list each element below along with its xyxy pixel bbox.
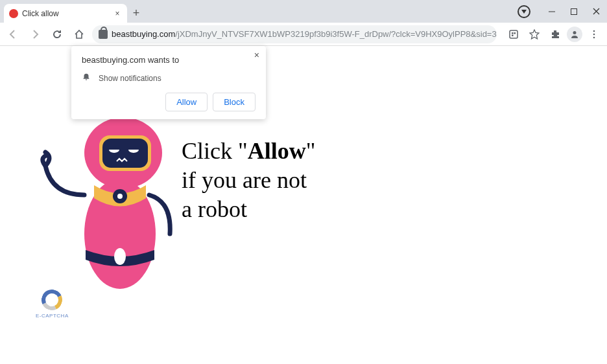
captcha-label: E-CAPTCHA <box>36 313 69 319</box>
address-path: /jXDmJnyV_NTVSF7XW1bWP3219pf3b9i3f5W-F_d… <box>175 29 497 39</box>
home-button[interactable] <box>70 25 88 43</box>
browser-tab[interactable]: Click allow × <box>4 4 127 23</box>
window-minimize-button[interactable] <box>541 2 563 21</box>
page-content: × beastbuying.com wants to Show notifica… <box>0 46 607 364</box>
svg-rect-6 <box>514 32 516 34</box>
instruction-text: Click "Allow" if you are not a robot <box>182 137 315 224</box>
window-controls <box>518 0 607 23</box>
menu-dots-icon[interactable] <box>585 25 603 43</box>
captcha-badge: E-CAPTCHA <box>36 290 69 319</box>
back-button[interactable] <box>4 25 22 43</box>
tab-title: Click allow <box>22 9 113 18</box>
address-domain: beastbuying.com <box>112 29 175 39</box>
dialog-title: beastbuying.com wants to <box>82 55 256 65</box>
browser-toolbar: beastbuying.com/jXDmJnyV_NTVSF7XW1bWP321… <box>0 23 607 46</box>
address-bar[interactable]: beastbuying.com/jXDmJnyV_NTVSF7XW1bWP321… <box>92 25 497 43</box>
text-line2: if you are not <box>182 166 315 195</box>
captcha-spinner-icon <box>39 286 65 313</box>
text-line1-suffix: " <box>306 138 316 164</box>
new-tab-button[interactable]: + <box>127 4 145 22</box>
install-app-icon[interactable] <box>505 25 523 43</box>
dialog-option-row: Show notifications <box>82 73 256 84</box>
notification-permission-dialog: × beastbuying.com wants to Show notifica… <box>71 46 266 119</box>
text-line3: a robot <box>182 195 315 224</box>
bell-icon <box>82 73 91 84</box>
svg-rect-19 <box>102 139 148 168</box>
profile-avatar-icon[interactable] <box>567 27 582 42</box>
allow-button[interactable]: Allow <box>165 93 208 111</box>
text-line1-bold: Allow <box>248 138 306 164</box>
tab-close-icon[interactable]: × <box>113 9 122 18</box>
account-indicator-icon[interactable] <box>518 5 530 18</box>
svg-rect-4 <box>510 30 518 38</box>
bookmark-star-icon[interactable] <box>525 25 543 43</box>
svg-point-8 <box>573 31 577 34</box>
reload-button[interactable] <box>48 25 66 43</box>
svg-rect-1 <box>571 8 577 14</box>
text-line1-prefix: Click " <box>182 138 248 164</box>
svg-point-13 <box>114 248 126 265</box>
window-titlebar: Click allow × + <box>0 0 607 23</box>
dialog-option-label: Show notifications <box>99 74 161 83</box>
svg-rect-7 <box>512 34 514 36</box>
svg-point-9 <box>593 30 595 32</box>
svg-point-15 <box>117 194 123 199</box>
extensions-icon[interactable] <box>546 25 564 43</box>
window-close-button[interactable] <box>585 2 607 21</box>
svg-rect-5 <box>512 32 514 34</box>
tab-favicon <box>9 9 18 18</box>
dialog-close-icon[interactable]: × <box>254 50 259 60</box>
svg-point-11 <box>593 36 595 38</box>
lock-icon <box>99 30 108 39</box>
block-button[interactable]: Block <box>213 93 256 111</box>
window-maximize-button[interactable] <box>563 2 585 21</box>
forward-button[interactable] <box>26 25 44 43</box>
svg-point-10 <box>593 33 595 35</box>
